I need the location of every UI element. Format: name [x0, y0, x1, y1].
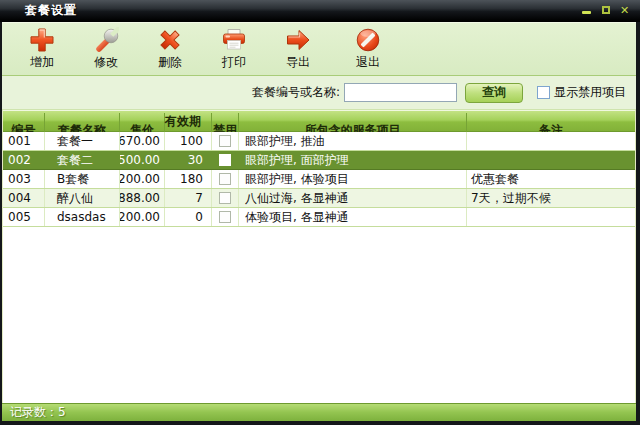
record-count: 记录数：5 [10, 404, 66, 421]
cell-name: dsasdas [44, 208, 119, 226]
table-row[interactable]: 001 套餐一 ¥ 1,670.00 100 眼部护理, 推油 [3, 132, 635, 151]
cell-remark [466, 208, 635, 226]
status-bar: 记录数：5 [2, 403, 636, 421]
disabled-checkbox[interactable] [219, 154, 231, 166]
cell-price: ¥ 200.00 [119, 170, 164, 188]
disabled-checkbox[interactable] [219, 173, 231, 185]
query-button[interactable]: 查询 [465, 83, 523, 103]
cell-name: 套餐二 [44, 151, 119, 169]
cell-validity: 180 [164, 170, 211, 188]
cell-services: 眼部护理, 面部护理 [238, 151, 466, 169]
cell-id: 005 [3, 208, 44, 226]
cell-services: 体验项目, 各显神通 [238, 208, 466, 226]
cell-id: 002 [3, 151, 44, 169]
cell-id: 003 [3, 170, 44, 188]
cell-name: 套餐一 [44, 132, 119, 150]
export-button[interactable]: 导出 [270, 25, 326, 73]
minimize-button[interactable] [579, 3, 594, 17]
cell-remark [466, 151, 635, 169]
delete-x-icon [157, 27, 183, 53]
table-row[interactable]: 005 dsasdas ¥ 200.00 0 体验项目, 各显神通 [3, 208, 635, 227]
table-empty-area [3, 227, 635, 403]
export-arrow-icon [285, 27, 311, 53]
cell-id: 001 [3, 132, 44, 150]
package-table: 编号 套餐名称 售价 有效期(天) 禁用 所包含的服务项目 备注 001 套餐一… [2, 110, 636, 403]
exit-button-label: 退出 [356, 54, 380, 71]
cell-price: ¥ 1,670.00 [119, 132, 164, 150]
disabled-checkbox[interactable] [219, 192, 231, 204]
delete-button[interactable]: 删除 [142, 25, 198, 73]
search-label: 套餐编号或名称: [252, 84, 340, 101]
cell-id: 004 [3, 189, 44, 207]
cell-remark: 7天，过期不候 [466, 189, 635, 207]
cell-validity: 100 [164, 132, 211, 150]
close-icon: ✕ [620, 4, 629, 17]
export-button-label: 导出 [286, 54, 310, 71]
cell-validity: 30 [164, 151, 211, 169]
printer-icon [221, 27, 247, 53]
search-bar: 套餐编号或名称: 查询 显示禁用项目 [2, 76, 636, 110]
minimize-icon [582, 11, 591, 14]
cell-services: 眼部护理, 推油 [238, 132, 466, 150]
cell-price: ¥ 2,500.00 [119, 151, 164, 169]
delete-button-label: 删除 [158, 54, 182, 71]
show-disabled-checkbox[interactable] [537, 86, 550, 99]
search-input[interactable] [344, 83, 457, 102]
add-button[interactable]: 增加 [14, 25, 70, 73]
print-button-label: 打印 [222, 54, 246, 71]
cell-services: 眼部护理, 体验项目 [238, 170, 466, 188]
maximize-button[interactable] [598, 3, 613, 17]
disabled-checkbox[interactable] [219, 135, 231, 147]
table-header-row: 编号 套餐名称 售价 有效期(天) 禁用 所包含的服务项目 备注 [3, 110, 635, 132]
maximize-icon [602, 6, 610, 14]
close-button[interactable]: ✕ [617, 3, 632, 17]
print-button[interactable]: 打印 [206, 25, 262, 73]
disabled-checkbox[interactable] [219, 211, 231, 223]
cell-remark [466, 132, 635, 150]
exit-prohibit-icon [355, 27, 381, 53]
exit-button[interactable]: 退出 [340, 25, 396, 73]
cell-services: 八仙过海, 各显神通 [238, 189, 466, 207]
cell-name: 醉八仙 [44, 189, 119, 207]
plus-icon [29, 27, 55, 53]
query-button-label: 查询 [482, 84, 506, 101]
window-controls: ✕ [579, 3, 632, 17]
show-disabled-label: 显示禁用项目 [554, 84, 626, 101]
cell-name: B套餐 [44, 170, 119, 188]
titlebar[interactable]: 套餐设置 ✕ [0, 0, 640, 22]
table-row[interactable]: 004 醉八仙 ¥ 888.00 7 八仙过海, 各显神通 7天，过期不候 [3, 189, 635, 208]
modify-button-label: 修改 [94, 54, 118, 71]
table-row-selected[interactable]: 002 套餐二 ¥ 2,500.00 30 眼部护理, 面部护理 [3, 151, 635, 170]
modify-button[interactable]: 修改 [78, 25, 134, 73]
table-row[interactable]: 003 B套餐 ¥ 200.00 180 眼部护理, 体验项目 优惠套餐 [3, 170, 635, 189]
cell-price: ¥ 200.00 [119, 208, 164, 226]
wrench-icon [93, 27, 119, 53]
add-button-label: 增加 [30, 54, 54, 71]
toolbar: 增加 修改 [2, 22, 636, 76]
cell-validity: 0 [164, 208, 211, 226]
window-content: 增加 修改 [2, 22, 636, 421]
cell-validity: 7 [164, 189, 211, 207]
cell-price: ¥ 888.00 [119, 189, 164, 207]
cell-remark: 优惠套餐 [466, 170, 635, 188]
window-title: 套餐设置 [25, 2, 77, 19]
app-window: 套餐设置 ✕ 增加 [0, 0, 640, 425]
